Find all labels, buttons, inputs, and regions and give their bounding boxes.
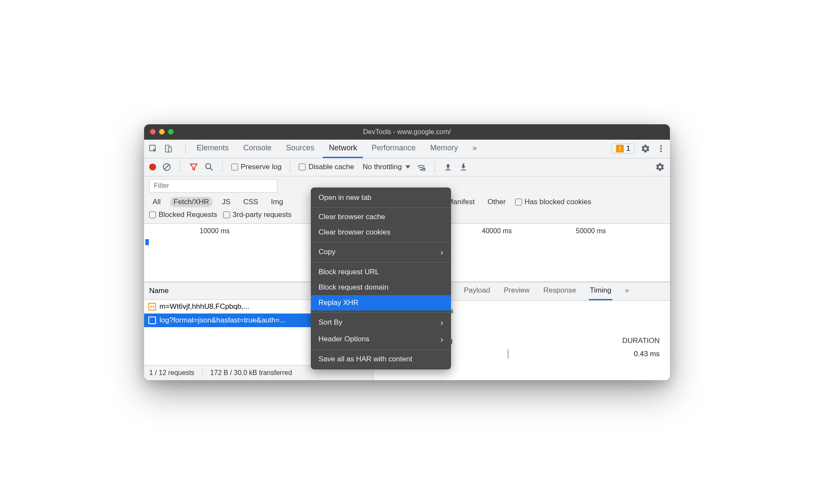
ctx-block-request-domain[interactable]: Block request domain	[311, 280, 451, 295]
checkbox-icon	[223, 211, 230, 218]
has-blocked-cookies-checkbox[interactable]: Has blocked cookies	[515, 198, 591, 206]
title-bar: DevTools - www.google.com/	[144, 124, 670, 140]
device-toolbar-icon[interactable]	[164, 144, 173, 153]
chevron-right-icon: ›	[440, 334, 443, 344]
ctx-separator	[311, 207, 451, 208]
maximize-window-button[interactable]	[168, 129, 174, 135]
svg-rect-13	[461, 170, 466, 170]
svg-point-4	[660, 148, 662, 149]
tab-sources[interactable]: Sources	[280, 140, 320, 158]
checkbox-icon	[299, 164, 306, 170]
queueing-value: 0.43 ms	[634, 350, 660, 358]
has-blocked-cookies-label: Has blocked cookies	[525, 198, 591, 206]
divider	[180, 162, 180, 172]
timeline-tick: 50000 ms	[576, 227, 606, 235]
kebab-menu-icon[interactable]	[656, 144, 666, 153]
queueing-bar	[507, 349, 509, 359]
main-tab-bar: Elements Console Sources Network Perform…	[144, 140, 670, 158]
tabs-overflow[interactable]: »	[466, 140, 483, 158]
disable-cache-checkbox[interactable]: Disable cache	[299, 163, 354, 171]
ctx-clear-browser-cache[interactable]: Clear browser cache	[311, 209, 451, 225]
filter-type-other[interactable]: Other	[484, 197, 509, 207]
svg-point-5	[660, 150, 662, 152]
svg-rect-12	[445, 170, 451, 170]
filter-type-img[interactable]: Img	[268, 197, 286, 207]
tab-console[interactable]: Console	[237, 140, 277, 158]
traffic-lights	[150, 129, 174, 135]
filter-input[interactable]	[149, 179, 277, 193]
ctx-save-har[interactable]: Save all as HAR with content	[311, 352, 451, 367]
close-window-button[interactable]	[150, 129, 156, 135]
network-toolbar: Preserve log Disable cache No throttling	[144, 158, 670, 176]
svg-rect-2	[168, 147, 171, 152]
tab-network[interactable]: Network	[323, 140, 363, 158]
divider	[290, 162, 290, 172]
detail-tabs-overflow[interactable]: »	[624, 282, 630, 300]
settings-gear-icon[interactable]	[641, 144, 650, 153]
svg-point-8	[206, 164, 211, 169]
ctx-separator	[311, 242, 451, 242]
devtools-window: DevTools - www.google.com/ Elements Cons…	[144, 124, 670, 380]
divider	[434, 162, 435, 172]
svg-line-7	[164, 164, 169, 170]
chevron-right-icon: ›	[440, 318, 443, 328]
ctx-separator	[311, 312, 451, 313]
ctx-sort-by-submenu[interactable]: Sort By›	[311, 314, 451, 331]
upload-har-icon[interactable]	[443, 162, 453, 172]
inspect-element-icon[interactable]	[148, 144, 158, 153]
detail-tab-response[interactable]: Response	[543, 282, 577, 300]
blocked-requests-label: Blocked Requests	[159, 211, 217, 219]
preserve-log-label: Preserve log	[241, 163, 281, 171]
throttling-label: No throttling	[363, 163, 402, 171]
filter-type-js[interactable]: JS	[218, 197, 234, 207]
svg-line-9	[210, 168, 212, 170]
svg-rect-15	[153, 306, 154, 308]
svg-point-3	[660, 145, 662, 147]
checkbox-icon	[515, 199, 522, 205]
ctx-block-request-url[interactable]: Block request URL	[311, 264, 451, 280]
filter-type-all[interactable]: All	[149, 197, 164, 207]
network-settings-gear-icon[interactable]	[655, 162, 665, 172]
tab-memory[interactable]: Memory	[424, 140, 464, 158]
record-button[interactable]	[149, 164, 156, 170]
search-icon[interactable]	[204, 162, 214, 172]
third-party-checkbox[interactable]: 3rd-party requests	[223, 211, 292, 219]
request-name: log?format=json&hasfast=true&auth=...	[159, 316, 286, 325]
svg-rect-14	[150, 306, 152, 308]
checkbox-icon	[231, 164, 238, 170]
warning-icon: !	[616, 145, 624, 152]
status-transferred: 172 B / 30.0 kB transferred	[210, 369, 292, 377]
ctx-header-options-submenu[interactable]: Header Options›	[311, 331, 451, 348]
ctx-copy-submenu[interactable]: Copy›	[311, 244, 451, 261]
resource-type-icon	[148, 316, 156, 324]
clear-icon[interactable]	[162, 162, 171, 172]
minimize-window-button[interactable]	[159, 129, 165, 135]
ctx-open-in-new-tab[interactable]: Open in new tab	[311, 190, 451, 205]
chevron-down-icon	[405, 165, 410, 169]
network-conditions-icon[interactable]	[416, 162, 426, 172]
throttling-dropdown[interactable]: No throttling	[363, 163, 410, 171]
detail-tab-preview[interactable]: Preview	[503, 282, 530, 300]
blocked-requests-checkbox[interactable]: Blocked Requests	[149, 211, 217, 219]
third-party-label: 3rd-party requests	[233, 211, 292, 219]
disable-cache-label: Disable cache	[308, 163, 354, 171]
ctx-clear-browser-cookies[interactable]: Clear browser cookies	[311, 225, 451, 240]
tab-elements[interactable]: Elements	[191, 140, 235, 158]
filter-type-fetch-xhr[interactable]: Fetch/XHR	[170, 197, 212, 207]
detail-tab-timing[interactable]: Timing	[589, 282, 612, 300]
filter-toggle-icon[interactable]	[189, 162, 198, 172]
issues-badge[interactable]: ! 1	[611, 144, 635, 154]
filter-type-css[interactable]: CSS	[240, 197, 262, 207]
detail-tab-payload[interactable]: Payload	[463, 282, 491, 300]
preserve-log-checkbox[interactable]: Preserve log	[231, 163, 281, 171]
chevron-right-icon: ›	[440, 247, 443, 257]
download-har-icon[interactable]	[459, 162, 468, 172]
tab-performance[interactable]: Performance	[366, 140, 422, 158]
context-menu: Open in new tab Clear browser cache Clea…	[311, 188, 451, 369]
checkbox-icon	[149, 211, 156, 218]
duration-header: DURATION	[622, 337, 660, 345]
resource-type-icon	[148, 303, 156, 311]
request-name: m=Wt6vjf,hhhU8,FCpbqb,...	[159, 302, 249, 311]
ctx-replay-xhr[interactable]: Replay XHR	[311, 295, 451, 311]
timeline-tick: 10000 ms	[200, 227, 230, 235]
